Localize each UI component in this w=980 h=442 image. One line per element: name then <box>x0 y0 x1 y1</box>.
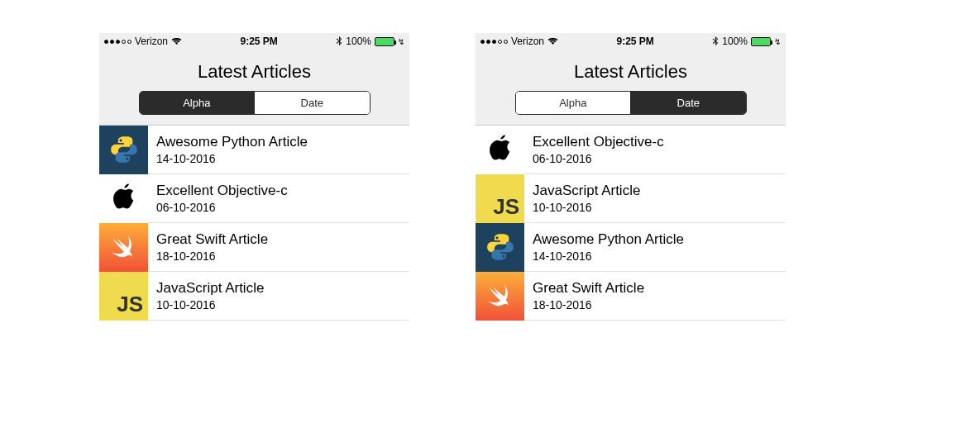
phone-screen-alpha: Verizon 9:25 PM 100% ↯ Latest Articles A… <box>99 33 409 321</box>
clock-label: 9:25 PM <box>240 36 277 47</box>
battery-icon <box>751 37 771 46</box>
article-list[interactable]: Awesome Python Article 14-10-2016 Excell… <box>99 126 409 321</box>
nav-header: Latest Articles Alpha Date <box>99 50 409 126</box>
article-title: JavaScript Article <box>533 183 640 199</box>
article-date: 14-10-2016 <box>533 250 684 263</box>
swift-icon <box>99 223 148 272</box>
bluetooth-icon <box>712 36 719 47</box>
charging-icon: ↯ <box>774 37 781 46</box>
apple-icon <box>476 126 524 174</box>
article-title: Great Swift Article <box>156 231 268 248</box>
segmented-control[interactable]: Alpha Date <box>139 91 370 115</box>
javascript-icon: JS <box>476 174 524 223</box>
article-title: Excellent Objective-c <box>156 183 288 199</box>
table-row[interactable]: Awesome Python Article 14-10-2016 <box>99 126 409 174</box>
article-list[interactable]: Excellent Objective-c 06-10-2016 JS Java… <box>476 126 786 321</box>
battery-pct-label: 100% <box>346 36 371 47</box>
python-icon <box>476 223 524 272</box>
article-date: 18-10-2016 <box>533 298 644 311</box>
table-row[interactable]: Great Swift Article 18-10-2016 <box>99 223 409 272</box>
table-row[interactable]: Awesome Python Article 14-10-2016 <box>476 223 786 272</box>
article-date: 06-10-2016 <box>156 201 288 214</box>
segment-date[interactable]: Date <box>254 92 370 114</box>
article-date: 10-10-2016 <box>533 201 640 214</box>
battery-pct-label: 100% <box>722 36 748 47</box>
segment-alpha[interactable]: Alpha <box>140 92 255 114</box>
status-bar: Verizon 9:25 PM 100% ↯ <box>99 33 409 50</box>
page-title: Latest Articles <box>99 56 409 91</box>
wifi-icon <box>547 37 558 45</box>
article-date: 18-10-2016 <box>156 250 268 263</box>
python-icon <box>99 126 148 174</box>
page-title: Latest Articles <box>476 56 786 91</box>
signal-dots-icon <box>104 40 131 44</box>
status-bar: Verizon 9:25 PM 100% ↯ <box>476 33 786 50</box>
article-date: 10-10-2016 <box>156 298 264 311</box>
swift-icon <box>476 272 524 321</box>
carrier-label: Verizon <box>135 36 168 47</box>
article-date: 14-10-2016 <box>156 152 308 165</box>
segment-alpha[interactable]: Alpha <box>516 92 631 114</box>
article-date: 06-10-2016 <box>533 152 664 165</box>
article-title: Awesome Python Article <box>533 231 684 248</box>
table-row[interactable]: JS JavaScript Article 10-10-2016 <box>476 174 786 223</box>
article-title: Great Swift Article <box>533 280 644 297</box>
bluetooth-icon <box>336 36 342 47</box>
charging-icon: ↯ <box>398 37 404 46</box>
clock-label: 9:25 PM <box>616 36 653 47</box>
signal-dots-icon <box>480 40 508 44</box>
segmented-control[interactable]: Alpha Date <box>515 91 747 115</box>
article-title: JavaScript Article <box>156 280 264 297</box>
table-row[interactable]: Excellent Objective-c 06-10-2016 <box>99 174 409 223</box>
wifi-icon <box>171 37 182 45</box>
javascript-icon: JS <box>99 272 148 321</box>
table-row[interactable]: Great Swift Article 18-10-2016 <box>476 272 786 321</box>
article-title: Excellent Objective-c <box>533 134 664 150</box>
apple-icon <box>99 174 148 223</box>
nav-header: Latest Articles Alpha Date <box>476 50 786 126</box>
article-title: Awesome Python Article <box>156 134 308 150</box>
phone-screen-date: Verizon 9:25 PM 100% ↯ Latest Articles A… <box>476 33 786 321</box>
carrier-label: Verizon <box>511 36 544 47</box>
segment-date[interactable]: Date <box>630 92 746 114</box>
table-row[interactable]: JS JavaScript Article 10-10-2016 <box>99 272 409 321</box>
table-row[interactable]: Excellent Objective-c 06-10-2016 <box>476 126 786 174</box>
battery-icon <box>375 37 394 46</box>
